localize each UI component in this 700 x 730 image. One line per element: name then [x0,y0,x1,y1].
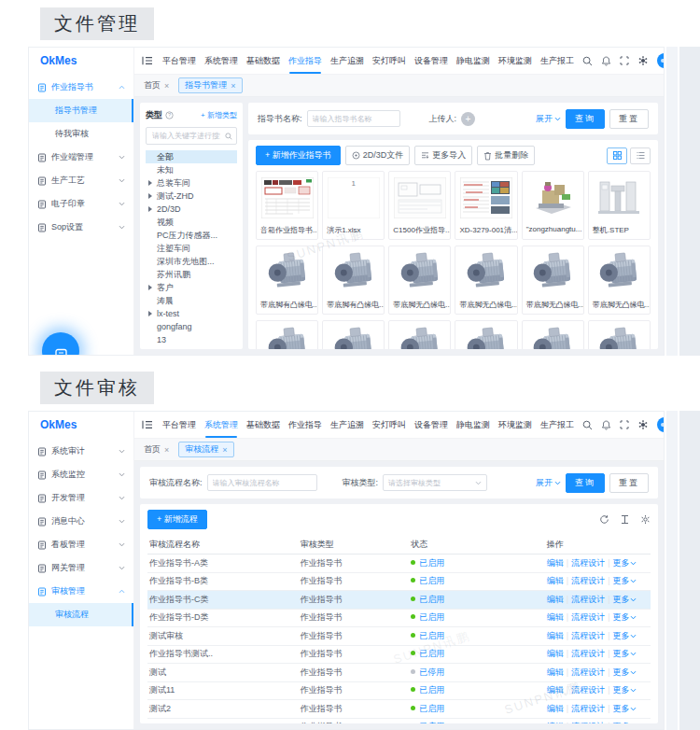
table-row[interactable]: 作业指导书-C类 作业指导书 已启用 编辑|流程设计|更多 [147,591,651,610]
density-icon[interactable] [620,514,630,525]
expand-toggle[interactable]: 展开 [536,477,561,489]
uploader-select-avatar[interactable]: + [461,112,475,126]
sidebar-item[interactable]: 消息中心 [29,510,133,533]
search-button[interactable]: 查询 [566,473,605,493]
more-link[interactable]: 更多 [612,721,637,723]
category-tree-item[interactable]: 苏州讯鹏 [146,268,237,281]
sidebar-item[interactable]: 作业端管理 [29,146,133,169]
sidebar-item[interactable]: Sop设置 [29,216,133,239]
reset-button[interactable]: 重置 [609,109,649,129]
edit-link[interactable]: 编辑 [547,667,564,677]
reset-button[interactable]: 重置 [609,473,649,493]
category-tree-item[interactable]: gongfang [146,320,237,333]
table-row[interactable]: 作业指导书-B类 作业指导书 已启用 编辑|流程设计|更多 [147,573,651,592]
file-card[interactable]: 带底脚无凸缘电... [388,246,451,315]
add-flow-button[interactable]: + 新增流程 [147,510,207,529]
add-category-button[interactable]: + 新增类型 [201,110,237,120]
edit-link[interactable]: 编辑 [547,576,564,585]
nav-item[interactable]: 环境监测 [498,412,532,438]
category-tree-item[interactable]: 未知 [146,163,237,176]
search-button[interactable]: 查询 [566,109,605,129]
category-search-box[interactable] [146,127,237,145]
guide-name-input[interactable] [307,110,400,127]
file-card[interactable]: 1 演示1.xlsx [322,171,385,240]
category-tree-item[interactable]: 测试-ZHD [146,190,237,203]
flow-design-link[interactable]: 流程设计 [571,685,605,695]
table-row[interactable]: 作业指导书-A类 作业指导书 已启用 编辑|流程设计|更多 [147,555,651,573]
file-card[interactable]: 带底脚有凸缘电... [322,320,385,349]
table-row[interactable]: 测试审核 作业指导书 已启用 编辑|流程设计|更多 [147,627,651,646]
edit-link[interactable]: 编辑 [547,722,564,723]
file-card[interactable]: 带底脚有凸缘电... [256,246,318,315]
table-row[interactable]: 作业指导书测试.. 作业指导书 已启用 编辑|流程设计|更多 [147,646,651,665]
more-link[interactable]: 更多 [612,594,637,606]
edit-link[interactable]: 编辑 [547,685,564,695]
close-icon[interactable]: × [222,445,227,455]
category-tree-item[interactable]: 总装车间 [146,176,237,190]
table-row[interactable]: 测试 作业指导书 已停用 编辑|流程设计|更多 [147,664,651,682]
sidebar-item[interactable]: 指导书管理 [29,99,133,122]
nav-item[interactable]: 生产追溯 [330,412,364,438]
close-icon[interactable]: × [164,445,169,455]
nav-item[interactable]: 生产报工 [540,48,574,74]
file-card[interactable]: "zongzhuangtu... [522,171,584,240]
more-link[interactable]: 更多 [612,575,637,587]
nav-item[interactable]: 生产报工 [540,412,574,438]
nav-item[interactable]: 作业指导 [288,412,322,438]
flow-design-link[interactable]: 流程设计 [571,649,605,658]
expand-toggle[interactable]: 展开 [536,113,561,125]
more-link[interactable]: 更多 [612,703,637,715]
sidebar-item[interactable]: 电子印章 [29,192,133,216]
more-link[interactable]: 更多 [612,667,637,679]
sidebar-item[interactable]: 系统监控 [29,463,133,486]
table-row[interactable]: 作业指导书-D类 作业指导书 已启用 编辑|流程设计|更多 [147,610,651,628]
close-icon[interactable]: × [164,81,169,91]
column-settings-icon[interactable] [640,514,651,525]
nav-item[interactable]: 静电监测 [456,48,490,74]
sidebar-item[interactable]: 生产工艺 [29,169,133,192]
sidebar-item[interactable]: 看板管理 [29,533,133,556]
edit-link[interactable]: 编辑 [547,631,564,640]
nav-item[interactable]: 环境监测 [498,48,532,74]
close-icon[interactable]: × [231,81,235,91]
category-tree-item[interactable]: 注塑车间 [146,242,237,255]
nav-item[interactable]: 基础数据 [246,48,280,74]
category-tree-item[interactable]: 2D/3D [146,203,237,216]
edit-link[interactable]: 编辑 [547,649,564,658]
edit-link[interactable]: 编辑 [547,612,564,622]
more-link[interactable]: 更多 [612,648,637,660]
search-icon[interactable] [582,56,593,66]
nav-item[interactable]: 生产追溯 [330,48,364,74]
category-tree-item[interactable]: 视频 [146,216,237,229]
category-tree-item[interactable]: 全部 [146,150,237,163]
collapse-menu-icon[interactable] [142,420,153,429]
more-link[interactable]: 更多 [612,684,637,696]
file-card[interactable]: 带底脚有凸缘电... [256,320,318,349]
nav-item[interactable]: 平台管理 [162,48,196,74]
flow-design-link[interactable]: 流程设计 [571,612,605,622]
flow-design-link[interactable]: 流程设计 [571,704,605,713]
table-row[interactable]: 测试11 作业指导书 已启用 编辑|流程设计|更多 [147,682,651,701]
sidebar-item[interactable]: 系统审计 [29,440,133,463]
more-link[interactable]: 更多 [612,630,637,642]
nav-item[interactable]: 安灯呼叫 [372,48,406,74]
flow-name-input[interactable] [207,474,317,491]
nav-item[interactable]: 平台管理 [162,412,196,438]
category-tree-item[interactable]: 深圳市先地图... [146,255,237,268]
file-card[interactable]: 整机.STEP [588,171,651,240]
2d3d-file-button[interactable]: 2D/3D文件 [345,146,411,165]
file-card[interactable]: XD-3279-001清... [455,171,517,240]
gear-icon[interactable] [637,419,649,430]
flow-design-link[interactable]: 流程设计 [571,722,605,723]
file-card[interactable]: 带底脚有凸缘电... [322,246,385,315]
tab-audit-flow[interactable]: 审核流程× [178,442,233,457]
file-card[interactable]: 带底脚无凸缘电... [455,246,517,315]
sidebar-item[interactable]: 待我审核 [29,122,133,146]
user-avatar[interactable] [657,417,665,432]
more-link[interactable]: 更多 [612,611,637,624]
more-link[interactable]: 更多 [612,557,637,569]
user-avatar[interactable] [657,53,665,68]
table-row[interactable]: 测试2 作业指导书 已启用 编辑|流程设计|更多 [147,700,651,719]
sidebar-item[interactable]: 开发管理 [29,486,133,510]
category-search-input[interactable] [150,131,222,141]
